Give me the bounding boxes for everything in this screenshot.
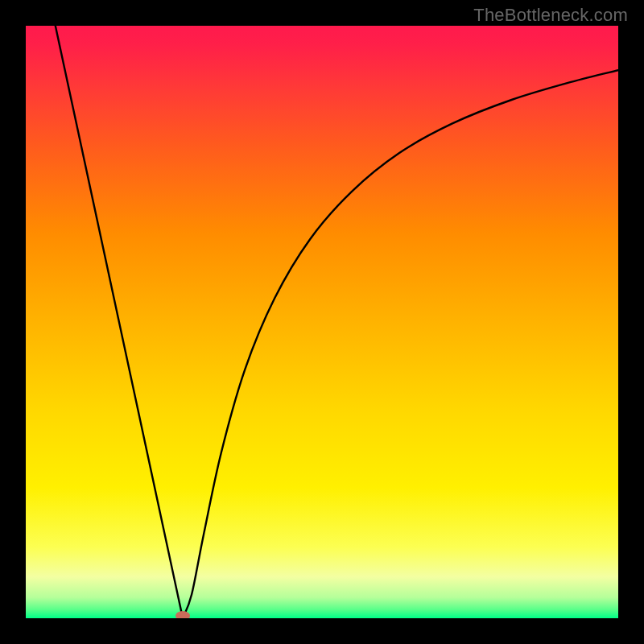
chart-frame: TheBottleneck.com: [0, 0, 644, 644]
watermark-text: TheBottleneck.com: [473, 5, 628, 26]
gradient-background: [26, 26, 618, 618]
plot-area: [26, 26, 618, 618]
bottleneck-chart: [26, 26, 618, 618]
